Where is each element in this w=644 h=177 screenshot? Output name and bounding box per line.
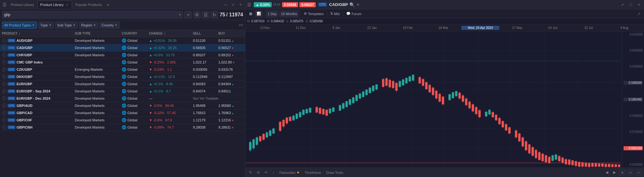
table-row[interactable]: i CFD CMC GBP Index 🌐 Global ▼ -0.25% 2.…: [0, 59, 245, 66]
toolbar-period-10months[interactable]: 10 Months: [279, 10, 299, 17]
add-chart-button[interactable]: +: [357, 2, 359, 8]
toolbar-mid-button[interactable]: ⇅ Mid: [328, 10, 341, 17]
hamburger-menu[interactable]: ☰: [1, 2, 8, 8]
toolbar-grid-button[interactable]: ▦: [247, 10, 254, 17]
list-view-button[interactable]: ☰: [202, 11, 209, 19]
info-icon[interactable]: i: [2, 82, 6, 86]
filter-region[interactable]: Region ▼: [79, 22, 98, 29]
add-tab-button[interactable]: +: [105, 2, 111, 8]
refresh-button[interactable]: ↻: [211, 11, 218, 19]
prev-chart-button[interactable]: ◀: [604, 169, 610, 176]
zoom-out-button[interactable]: −: [635, 169, 642, 176]
table-row[interactable]: i CFD EUR/GBP Developed Markets 🌐 Global…: [0, 80, 245, 88]
toolbar-timeframe-1day[interactable]: 1 Day: [266, 10, 279, 17]
info-icon[interactable]: i: [2, 60, 6, 64]
buy-cell[interactable]: 0.84304: [216, 80, 245, 88]
info-icon[interactable]: i: [2, 46, 6, 50]
buy-cell[interactable]: 0.56527: [216, 44, 245, 52]
table-row[interactable]: i CFD GBP/CAD Developed Markets 🌐 Global…: [0, 109, 245, 117]
draw-pen-button[interactable]: ✏: [263, 169, 269, 176]
sell-price-badge[interactable]: 0.56505: [282, 2, 298, 7]
sell-cell[interactable]: 1.12179: [191, 117, 217, 124]
info-icon[interactable]: i: [2, 96, 6, 101]
table-row[interactable]: i CFD DKK/GBP Developed Markets 🌐 Global…: [0, 73, 245, 80]
info-icon[interactable]: i: [2, 38, 6, 43]
table-row[interactable]: i CFD GBP/AUD Developed Markets 🌐 Global…: [0, 102, 245, 109]
buy-cell[interactable]: 0.84511: [216, 88, 245, 95]
buy-cell[interactable]: 0.89152: [216, 52, 245, 59]
clear-search-button[interactable]: ×: [184, 11, 192, 19]
table-row[interactable]: i CFD CAD/GBP Developed Markets 🌐 Global…: [0, 44, 245, 52]
minimize-button[interactable]: —: [222, 2, 229, 8]
chart-area[interactable]: 0.610000 0.600000 0.590000 0.589099 0.58…: [245, 31, 644, 168]
close-chart-button[interactable]: ×: [636, 2, 642, 8]
chart-search-button[interactable]: 🔍: [349, 2, 355, 7]
filter-settings-button[interactable]: ⚙: [193, 11, 201, 19]
sell-cell[interactable]: 0.112949: [191, 73, 217, 80]
fullscreen-button[interactable]: ⤢: [636, 11, 642, 17]
table-row[interactable]: i CFD AUD/GBP Developed Markets 🌐 Global…: [0, 37, 245, 44]
buy-cell[interactable]: 1.95580: [216, 102, 245, 109]
sell-cell[interactable]: 1.76915: [191, 109, 217, 117]
info-icon[interactable]: i: [2, 75, 6, 79]
maximize-button[interactable]: ⤢: [230, 2, 236, 8]
sell-cell[interactable]: 1.95499: [191, 102, 217, 109]
favourites-button[interactable]: Favourites ★: [278, 169, 302, 176]
next-chart-button[interactable]: ▶: [611, 169, 618, 176]
col-change[interactable]: CHANGE ↕: [147, 30, 191, 37]
buy-cell[interactable]: 0.112997: [216, 73, 245, 80]
search-input[interactable]: [4, 13, 177, 17]
buy-cell[interactable]: 0.033176: [216, 66, 245, 73]
info-icon[interactable]: i: [2, 89, 6, 93]
info-icon[interactable]: i: [2, 67, 6, 72]
info-icon[interactable]: i: [2, 118, 6, 122]
buy-cell[interactable]: 0.51151: [216, 37, 245, 44]
sell-cell[interactable]: 0.51130: [191, 37, 217, 44]
cancel-draw-button[interactable]: ⊘: [255, 169, 262, 176]
sell-cell[interactable]: 1,022.17: [191, 59, 217, 66]
zoom-in-button[interactable]: +: [619, 169, 626, 176]
draw-tools-button[interactable]: Draw Tools: [324, 169, 345, 176]
filter-type[interactable]: Type ▼: [38, 22, 54, 29]
table-row[interactable]: i CFD EUR/GBP - Dec 2024 Developed Marke…: [0, 95, 245, 102]
info-icon[interactable]: i: [2, 125, 6, 130]
buy-cell[interactable]: 1.12216: [216, 117, 245, 124]
info-icon[interactable]: i: [2, 103, 6, 108]
toolbar-candle-button[interactable]: 📊: [255, 10, 263, 17]
filter-product-type[interactable]: All Product Types ▼: [2, 22, 37, 29]
draw-arrow-button[interactable]: ↑: [271, 169, 276, 176]
sell-cell[interactable]: 9.28038: [191, 124, 217, 131]
search-clear-button[interactable]: ×: [179, 13, 181, 17]
info-icon[interactable]: i: [2, 111, 6, 115]
sell-cell[interactable]: 0.89107: [191, 52, 217, 59]
tab-close-button[interactable]: ×: [65, 3, 69, 7]
info-icon[interactable]: i: [2, 53, 6, 57]
filter-country[interactable]: Country ▼: [99, 22, 119, 29]
close-panel-button[interactable]: ×: [237, 2, 244, 8]
buy-cell[interactable]: 1,022.80: [216, 59, 245, 66]
buy-price-badge[interactable]: 0.56527: [299, 2, 316, 7]
sell-cell[interactable]: 0.84374: [191, 88, 217, 95]
refresh-chart-button[interactable]: ↻: [247, 169, 254, 176]
table-row[interactable]: i CFD CHF/GBP Developed Markets 🌐 Global…: [0, 52, 245, 59]
zoom-fit-button[interactable]: ↔: [627, 169, 634, 176]
expand-filters-button[interactable]: >>: [239, 23, 243, 27]
filter-sub-type[interactable]: Sub Type ▼: [55, 22, 78, 29]
tab-product-library-1[interactable]: Product Library: [8, 1, 37, 9]
toolbar-templates-button[interactable]: ⚙ Templates: [302, 10, 325, 17]
sell-cell[interactable]: 0.84283: [191, 80, 217, 88]
buy-cell[interactable]: 9.28631: [216, 124, 245, 131]
tab-popular-products[interactable]: Popular Products: [73, 1, 104, 9]
table-row[interactable]: i CFD CZK/GBP Emerging Markets 🌐 Global …: [0, 66, 245, 73]
table-row[interactable]: i CFD EUR/GBP - Sep 2024 Developed Marke…: [0, 88, 245, 95]
timeframe-button[interactable]: Timeframe: [303, 169, 323, 176]
table-row[interactable]: i CFD GBP/CNH Developed Markets 🌐 Global…: [0, 124, 245, 131]
toolbar-forum-button[interactable]: 💬 Forum: [344, 10, 364, 17]
col-product[interactable]: PRODUCT ↕: [0, 30, 73, 37]
chart-menu-button[interactable]: ☰: [247, 2, 251, 7]
buy-cell[interactable]: 1.76963: [216, 109, 245, 117]
tab-product-library-2[interactable]: Product Library ×: [37, 1, 72, 9]
maximize-chart-button[interactable]: □: [628, 2, 634, 8]
undock-button[interactable]: ⤢: [619, 2, 626, 8]
sell-cell[interactable]: 0.56505: [191, 44, 217, 52]
